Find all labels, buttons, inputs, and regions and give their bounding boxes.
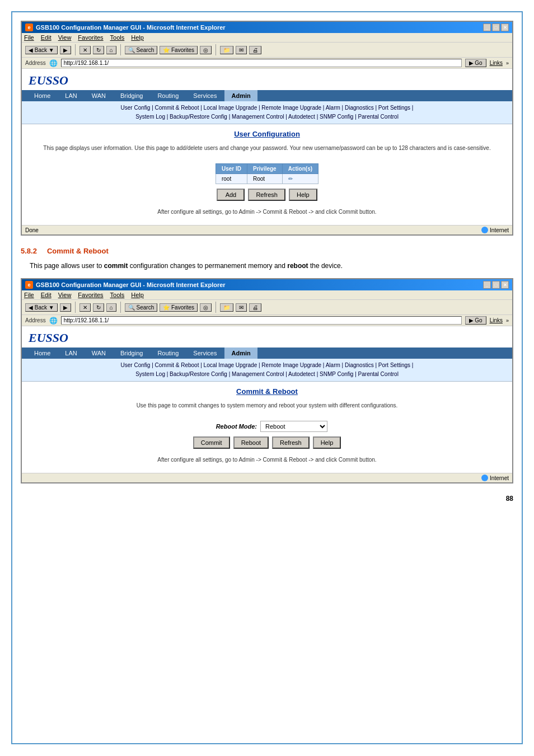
back-btn-1[interactable]: ◀ Back ▼	[25, 46, 58, 54]
nav-routing-1[interactable]: Routing	[151, 90, 185, 101]
table-cell-action[interactable]: ✏	[282, 174, 318, 184]
maximize-btn-1[interactable]: □	[492, 24, 500, 31]
favorites-toolbar-btn-1[interactable]: ⭐ Favorites	[160, 46, 198, 54]
refresh-toolbar-btn-2[interactable]: ↻	[93, 303, 104, 312]
nav-bridging-2[interactable]: Bridging	[114, 348, 149, 359]
refresh-button-2[interactable]: Refresh	[272, 436, 310, 449]
status-internet-1: Internet	[481, 227, 509, 233]
forward-btn-1[interactable]: ▶	[60, 46, 71, 54]
history-btn-1[interactable]: 📁	[220, 46, 233, 54]
print-btn-2[interactable]: 🖨	[249, 303, 261, 312]
nav-services-1[interactable]: Services	[186, 90, 223, 101]
address-input-2[interactable]	[61, 316, 462, 325]
browser-statusbar-1: Done Internet	[22, 225, 512, 234]
go-btn-1[interactable]: ▶ Go	[465, 59, 486, 67]
address-icon-1: 🌐	[49, 59, 58, 67]
history-btn-2[interactable]: 📁	[220, 303, 233, 312]
nav-lan-2[interactable]: LAN	[58, 348, 83, 359]
stop-btn-1[interactable]: ✕	[79, 46, 91, 54]
section-desc-part1: This page allows user to	[30, 262, 104, 270]
back-btn-2[interactable]: ◀ Back ▼	[25, 303, 58, 312]
links-btn-1[interactable]: Links	[490, 60, 503, 66]
menu-help-1[interactable]: Help	[131, 34, 144, 41]
menu-edit-1[interactable]: Edit	[41, 34, 51, 41]
browser-statusbar-2: Internet	[22, 473, 512, 482]
links-btn-2[interactable]: Links	[490, 317, 503, 323]
nav-bar-1: Home LAN WAN Bridging Routing Services A…	[22, 90, 512, 101]
titlebar-title-1: e GSB100 Configuration Manager GUI - Mic…	[25, 24, 226, 31]
address-input-1[interactable]	[61, 59, 462, 67]
nav-admin-1[interactable]: Admin	[224, 90, 257, 101]
content-area-2: Reboot Mode: Reboot Commit Reboot Refres…	[22, 412, 512, 473]
maximize-btn-2[interactable]: □	[492, 281, 500, 289]
media-btn-1[interactable]: ◎	[200, 46, 212, 54]
refresh-button-1[interactable]: Refresh	[248, 189, 285, 201]
section-description: This page allows user to commit configur…	[30, 261, 513, 271]
print-btn-1[interactable]: 🖨	[249, 46, 261, 54]
address-label-1: Address	[25, 60, 46, 66]
minimize-btn-2[interactable]: _	[483, 281, 491, 289]
toolbar-sep-4	[75, 302, 76, 313]
menu-view-1[interactable]: View	[58, 34, 72, 41]
menu-help-2[interactable]: Help	[131, 292, 144, 298]
nav-home-2[interactable]: Home	[27, 348, 57, 359]
add-button[interactable]: Add	[217, 189, 245, 201]
menu-file-1[interactable]: File	[24, 34, 34, 41]
nav-home-1[interactable]: Home	[27, 90, 57, 101]
nav-bridging-1[interactable]: Bridging	[114, 90, 149, 101]
browser-titlebar-1: e GSB100 Configuration Manager GUI - Mic…	[22, 22, 512, 33]
minimize-btn-1[interactable]: _	[483, 24, 491, 31]
stop-btn-2[interactable]: ✕	[79, 303, 91, 312]
search-toolbar-btn-1[interactable]: 🔍 Search	[125, 46, 157, 54]
eusso-logo-2: EUSSO	[22, 326, 512, 348]
menu-tools-2[interactable]: Tools	[110, 292, 125, 298]
browser-menubar-2: File Edit View Favorites Tools Help	[22, 290, 512, 300]
refresh-toolbar-btn-1[interactable]: ↻	[93, 46, 104, 54]
win-controls-2: _ □ ✕	[483, 281, 509, 289]
mail-btn-1[interactable]: ✉	[236, 46, 247, 54]
reboot-mode-select[interactable]: Reboot	[260, 421, 327, 432]
user-table: User ID Privilege Action(s) root Root ✏	[216, 163, 318, 184]
home-toolbar-btn-1[interactable]: ⌂	[106, 46, 116, 54]
home-toolbar-btn-2[interactable]: ⌂	[106, 303, 116, 312]
edit-icon[interactable]: ✏	[288, 176, 293, 182]
reboot-mode-label: Reboot Mode:	[207, 423, 257, 430]
reboot-button[interactable]: Reboot	[233, 436, 269, 449]
menu-edit-2[interactable]: Edit	[41, 292, 51, 298]
nav-wan-1[interactable]: WAN	[85, 90, 113, 101]
page-description-2: Use this page to commit changes to syste…	[22, 399, 512, 412]
browser-window-2: e GSB100 Configuration Manager GUI - Mic…	[21, 278, 513, 483]
page-number: 88	[21, 495, 513, 503]
menu-favorites-1[interactable]: Favorites	[78, 34, 103, 41]
search-toolbar-btn-2[interactable]: 🔍 Search	[125, 303, 157, 312]
toolbar-sep-2	[120, 44, 121, 55]
internet-icon-2	[481, 475, 488, 481]
statusbar-right-2: Internet	[490, 475, 509, 481]
menu-view-2[interactable]: View	[58, 292, 72, 298]
toolbar-sep-1	[75, 44, 76, 55]
nav-services-2[interactable]: Services	[186, 348, 223, 359]
nav-routing-2[interactable]: Routing	[151, 348, 185, 359]
eusso-logo-1: EUSSO	[22, 69, 512, 90]
nav-lan-1[interactable]: LAN	[58, 90, 83, 101]
close-btn-1[interactable]: ✕	[501, 24, 509, 31]
forward-btn-2[interactable]: ▶	[60, 303, 71, 312]
footer-note-1: After configure all settings, go to Admi…	[29, 205, 505, 218]
media-btn-2[interactable]: ◎	[200, 303, 212, 312]
go-btn-2[interactable]: ▶ Go	[465, 316, 486, 325]
menu-file-2[interactable]: File	[24, 292, 34, 298]
nav-wan-2[interactable]: WAN	[85, 348, 113, 359]
section-desc-part3: the device.	[308, 262, 343, 270]
nav-admin-2[interactable]: Admin	[224, 348, 257, 359]
table-header-actions: Action(s)	[282, 164, 318, 174]
table-cell-privilege: Root	[247, 174, 282, 184]
menu-tools-1[interactable]: Tools	[110, 34, 125, 41]
menu-favorites-2[interactable]: Favorites	[78, 292, 103, 298]
favorites-toolbar-btn-2[interactable]: ⭐ Favorites	[160, 303, 198, 312]
commit-button[interactable]: Commit	[193, 436, 230, 449]
mail-btn-2[interactable]: ✉	[236, 303, 247, 312]
close-btn-2[interactable]: ✕	[501, 281, 509, 289]
help-button-1[interactable]: Help	[289, 189, 317, 201]
subnav-line2-1: System Log | Backup/Restore Config | Man…	[135, 114, 399, 120]
help-button-2[interactable]: Help	[313, 436, 341, 449]
